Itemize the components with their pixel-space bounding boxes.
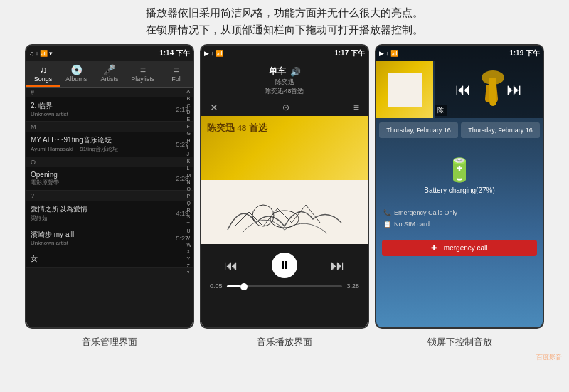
phone1-label: 音乐管理界面 — [25, 336, 194, 349]
song-artist: Unknown artist — [31, 240, 74, 246]
song-title: MY ALL~~91ting音乐论坛 — [31, 135, 118, 145]
tab-albums-label: Albums — [65, 75, 87, 83]
song-artist: Unknown artist — [31, 111, 68, 117]
lockscreen-date: Thursday, February 16 Thursday, February… — [376, 118, 543, 142]
phones-container: ♫ ↓ 📶 ▾ 1:14 下午 ♫ Songs 💿 Albums � — [0, 41, 569, 332]
phone3-status-icons: ▶ ↓ 📶 — [379, 50, 398, 57]
phone2: ▶ ↓ 📶 1:17 下午 单车 🔊 陈奕迅 陈奕迅48首选 ✕ — [200, 44, 369, 329]
phone3-label: 锁屏下控制音放 — [375, 336, 544, 349]
signal2-icon: 📶 — [216, 50, 223, 57]
next-icon[interactable]: ⏭ — [331, 258, 345, 274]
list-item[interactable]: 愛情之所以為愛情 梁靜茹 4:19 — [26, 201, 193, 226]
signal3-icon: 📶 — [390, 50, 398, 57]
volume-icon[interactable]: 🔊 — [290, 67, 301, 77]
progress-end: 3:28 — [346, 282, 359, 290]
song-list: # 2. 临界 Unknown artist 2:17 M MY ALL~~91… — [26, 88, 193, 268]
phone2-label: 音乐播放界面 — [200, 336, 369, 349]
folders-icon: ≡ — [161, 64, 191, 75]
tab-songs-label: Songs — [34, 75, 53, 83]
album-art: 陈奕迅 48 首选 — [201, 116, 368, 244]
lockscreen-top: ⏮ ⏭ — [376, 61, 543, 118]
play3-icon: ▶ — [379, 50, 384, 57]
phone1-tab-bar: ♫ Songs 💿 Albums 🎤 Artists ≡ Playlists ≡ — [26, 61, 193, 88]
emergency-call-button[interactable]: ✚ Emergency call — [382, 240, 537, 256]
phone3: ▶ ↓ 📶 1:19 下午 ⏮ ⏭ — [375, 44, 544, 329]
network-item-emergency: 📞 Emergency Calls Only — [383, 207, 536, 218]
phone1: ♫ ↓ 📶 ▾ 1:14 下午 ♫ Songs 💿 Albums � — [25, 44, 194, 329]
player-song-title: 单车 — [269, 65, 286, 78]
play-status-icon: ▶ — [204, 50, 209, 57]
header: 播放器依旧采用简洁风格，功能方面并无什么很大的亮点。 在锁屏情况下，从顶部通知栏… — [0, 0, 569, 41]
list-item[interactable]: MY ALL~~91ting音乐论坛 Ayumi Hamasaki~~91tin… — [26, 132, 193, 157]
player-song-album: 陈奕迅48首选 — [204, 87, 365, 96]
playlist-icon[interactable]: ≡ — [353, 102, 359, 113]
emergency-calls-text: Emergency Calls Only — [394, 207, 457, 218]
doodle-art — [213, 187, 356, 237]
list-item[interactable]: 女 — [26, 250, 193, 268]
lockscreen-artist: 陈 — [435, 105, 447, 116]
shuffle-icon[interactable]: ✕ — [210, 102, 218, 113]
progress-fill — [227, 285, 241, 287]
list-item[interactable]: 2. 临界 Unknown artist 2:17 — [26, 97, 193, 122]
tab-playlists-label: Playlists — [131, 75, 154, 83]
dl-icon: ↓ — [211, 50, 214, 57]
list-item[interactable]: Opening 電影原聲帶 2:28 — [26, 167, 193, 191]
song-title: 愛情之所以為愛情 — [31, 204, 87, 214]
songs-icon: ♫ — [28, 64, 58, 75]
progress-bar: 0:05 3:28 — [207, 282, 362, 290]
date-box-right: Thursday, February 16 — [461, 122, 540, 138]
header-line1: 播放器依旧采用简洁风格，功能方面并无什么很大的亮点。 — [14, 4, 555, 21]
song-title: 女 — [31, 254, 38, 264]
albums-icon: 💿 — [61, 64, 92, 75]
network-info: 📞 Emergency Calls Only 📋 No SIM card. — [376, 201, 543, 235]
bottom-labels: 音乐管理界面 音乐播放界面 锁屏下控制音放 — [0, 332, 569, 351]
progress-start: 0:05 — [210, 282, 223, 290]
emergency-plus-icon: ✚ — [431, 244, 439, 252]
signal-icon: 📶 — [40, 50, 48, 57]
phone1-status-icons: ♫ ↓ 📶 ▾ — [29, 50, 53, 57]
svg-point-0 — [252, 205, 274, 226]
playback-controls: ⏮ ⏸ ⏭ — [207, 248, 362, 282]
playlists-icon: ≡ — [127, 64, 158, 75]
list-item[interactable]: 濱崎步 my alll Unknown artist 5:27 — [26, 226, 193, 250]
song-title: Opening — [31, 171, 59, 179]
song-artist: Ayumi Hamasaki~~91ting音乐论坛 — [31, 145, 118, 153]
repeat-icon[interactable]: ⊙ — [282, 102, 289, 112]
tab-folders[interactable]: ≡ Fol — [159, 61, 193, 87]
no-sim-text: No SIM card. — [394, 218, 432, 230]
music-icon: ♫ — [29, 50, 34, 57]
song-title: 濱崎步 my alll — [31, 230, 74, 240]
section-o: O — [26, 157, 193, 167]
lockscreen-album-art — [376, 61, 433, 118]
section-q: ? — [26, 191, 193, 201]
tab-songs[interactable]: ♫ Songs — [26, 61, 60, 87]
tab-playlists[interactable]: ≡ Playlists — [126, 61, 159, 87]
phone3-status-bar: ▶ ↓ 📶 1:19 下午 — [376, 46, 543, 61]
tab-albums[interactable]: 💿 Albums — [60, 61, 93, 87]
section-hash: # — [26, 88, 193, 97]
phone-icon: 📞 — [383, 207, 391, 218]
play-pause-button[interactable]: ⏸ — [272, 253, 297, 278]
network-item-sim: 📋 No SIM card. — [383, 218, 536, 230]
album-text: 陈奕迅 48 首选 — [207, 122, 267, 134]
tab-folders-label: Fol — [171, 75, 181, 83]
header-line2: 在锁屏情况下，从顶部通知栏向下拖动可打开播放器控制。 — [14, 21, 555, 38]
player-top-controls: ✕ ⊙ ≡ — [201, 99, 368, 116]
section-m: M — [26, 122, 193, 132]
battery-section: 🔋 Battery charging(27%) — [376, 142, 543, 201]
tab-artists[interactable]: 🎤 Artists — [93, 61, 127, 87]
phone3-time: 1:19 下午 — [509, 48, 540, 58]
progress-track[interactable] — [227, 285, 343, 287]
song-artist: 梁靜茹 — [31, 214, 87, 222]
player-song-subtitle: 陈奕迅 — [204, 78, 365, 87]
dl3-icon: ↓ — [385, 50, 389, 57]
prev-icon[interactable]: ⏮ — [224, 258, 238, 274]
lc-prev-icon[interactable]: ⏮ — [455, 80, 471, 99]
date-box-left: Thursday, February 16 — [379, 122, 458, 138]
song-title: 2. 临界 — [31, 101, 68, 111]
phone2-status-bar: ▶ ↓ 📶 1:17 下午 — [201, 46, 368, 61]
tab-artists-label: Artists — [100, 75, 118, 83]
player-header: 单车 🔊 陈奕迅 陈奕迅48首选 — [201, 61, 368, 99]
emergency-label: Emergency call — [439, 244, 487, 252]
phone2-status-icons: ▶ ↓ 📶 — [204, 50, 223, 57]
